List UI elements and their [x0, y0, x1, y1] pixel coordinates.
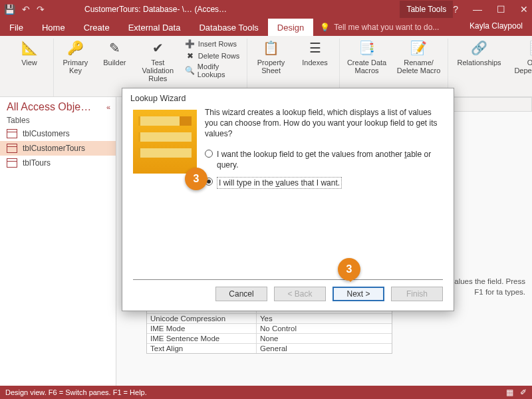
- dialog-button-row: Cancel < Back Next > Finish: [133, 279, 443, 301]
- property-sheet-label: Property Sheet: [253, 59, 290, 74]
- window-title: CustomerTours: Database- \… (Acces…: [84, 5, 400, 14]
- indexes-label: Indexes: [302, 59, 328, 66]
- insert-rows-button[interactable]: ➕Insert Rows: [185, 39, 241, 49]
- key-icon: 🔑: [65, 39, 86, 57]
- nav-item-label: tblCustomerTours: [23, 144, 85, 153]
- insert-row-icon: ➕: [185, 39, 196, 49]
- contextual-tab-label: Table Tools: [400, 1, 453, 18]
- prop-value[interactable]: General: [257, 344, 392, 353]
- view-shortcuts: ▦ ✐: [506, 388, 527, 397]
- save-icon[interactable]: 💾: [4, 4, 15, 15]
- minimize-icon[interactable]: —: [473, 4, 482, 15]
- ribbon-tabs: File Home Create External Data Database …: [0, 19, 532, 36]
- tab-external-data[interactable]: External Data: [119, 19, 190, 36]
- rename-delete-macro-button[interactable]: 📝Rename/ Delete Macro: [396, 39, 442, 74]
- callout-badge-3a: 3: [185, 168, 207, 190]
- design-view-icon[interactable]: ✐: [520, 388, 527, 397]
- tab-design[interactable]: Design: [268, 19, 313, 36]
- test-validation-label: Test Validation Rules: [138, 59, 178, 82]
- prop-value[interactable]: No Control: [257, 324, 392, 333]
- tab-file[interactable]: File: [0, 19, 33, 36]
- rename-delete-macro-label: Rename/ Delete Macro: [396, 59, 442, 74]
- cancel-button[interactable]: Cancel: [215, 287, 267, 301]
- tab-create[interactable]: Create: [74, 19, 119, 36]
- nav-group-tables[interactable]: Tables: [0, 114, 116, 126]
- group-relationships: 🔗Relationships 📊Object Dependencies: [448, 39, 532, 96]
- create-data-macros-button[interactable]: 📑Create Data Macros: [345, 39, 389, 74]
- nav-header[interactable]: All Access Obje… «: [0, 97, 116, 114]
- window-controls: ? — ☐ ✕: [453, 4, 528, 15]
- delete-rows-label: Delete Rows: [198, 52, 239, 60]
- primary-key-button[interactable]: 🔑Primary Key: [59, 39, 92, 74]
- table-icon: [7, 158, 17, 168]
- back-button[interactable]: < Back: [274, 287, 326, 301]
- radio-group: I want the lookup field to get the value…: [205, 149, 443, 190]
- builder-icon: ✎: [104, 39, 125, 57]
- user-label[interactable]: Kayla Claypool: [460, 19, 532, 36]
- delete-row-icon: ✖: [185, 51, 196, 61]
- callout-badge-3b: 3: [338, 258, 360, 281]
- nav-header-label: All Access Obje…: [7, 101, 91, 113]
- modify-lookups-button[interactable]: 🔍Modify Lookups: [185, 63, 241, 78]
- title-bar: 💾 ↶ ↷ CustomerTours: Database- \… (Acces…: [0, 0, 532, 19]
- prop-row: Text AlignGeneral: [147, 344, 392, 353]
- next-button[interactable]: Next >: [332, 287, 384, 301]
- property-sheet-icon: 📋: [261, 39, 282, 57]
- datasheet-view-icon[interactable]: ▦: [506, 388, 513, 397]
- prop-value[interactable]: None: [257, 334, 392, 343]
- delete-rows-button[interactable]: ✖Delete Rows: [185, 51, 241, 61]
- lookup-wizard-dialog: Lookup Wizard This wizard creates a look…: [122, 88, 454, 311]
- dialog-body: This wizard creates a lookup field, whic…: [205, 107, 443, 196]
- builder-button[interactable]: ✎Builder: [98, 39, 131, 66]
- prop-name: Unicode Compression: [147, 314, 257, 323]
- object-dependencies-button[interactable]: 📊Object Dependencies: [512, 39, 532, 74]
- builder-label: Builder: [103, 59, 126, 66]
- prop-row: Unicode CompressionYes: [147, 314, 392, 324]
- tell-me-box[interactable]: 💡 Tell me what you want to do...: [313, 19, 460, 36]
- radio-icon: [205, 150, 213, 158]
- nav-item-label: tblTours: [23, 158, 51, 168]
- view-button[interactable]: 📐 View: [11, 39, 48, 66]
- prop-name: IME Mode: [147, 324, 257, 333]
- dialog-title: Lookup Wizard: [122, 88, 454, 107]
- nav-item-tbltours[interactable]: tblTours: [0, 156, 116, 170]
- help-icon[interactable]: ?: [453, 4, 458, 15]
- primary-key-label: Primary Key: [59, 59, 92, 74]
- redo-icon[interactable]: ↷: [37, 4, 45, 15]
- status-text: Design view. F6 = Switch panes. F1 = Hel…: [5, 388, 147, 396]
- rename-macro-icon: 📝: [408, 39, 430, 57]
- radio-type-values[interactable]: I will type in the values that I want.: [205, 177, 443, 189]
- object-dependencies-label: Object Dependencies: [512, 59, 532, 74]
- tab-home[interactable]: Home: [33, 19, 74, 36]
- radio-from-table[interactable]: I want the lookup field to get the value…: [205, 149, 443, 170]
- relationships-button[interactable]: 🔗Relationships: [454, 39, 505, 66]
- lookup-icon: 🔍: [185, 65, 195, 76]
- dialog-intro: This wizard creates a lookup field, whic…: [205, 107, 443, 140]
- close-icon[interactable]: ✕: [520, 4, 528, 15]
- nav-item-tblcustomertours[interactable]: tblCustomerTours: [0, 141, 116, 156]
- indexes-icon: ☰: [305, 39, 326, 57]
- table-icon: [7, 144, 17, 153]
- quick-access-toolbar: 💾 ↶ ↷: [4, 4, 45, 15]
- tab-database-tools[interactable]: Database Tools: [190, 19, 267, 36]
- test-validation-button[interactable]: ✔Test Validation Rules: [138, 39, 178, 82]
- table-icon: [7, 129, 17, 138]
- status-bar: Design view. F6 = Switch panes. F1 = Hel…: [0, 386, 532, 399]
- prop-row: IME ModeNo Control: [147, 324, 392, 334]
- prop-name: Text Align: [147, 344, 257, 353]
- property-sheet-button[interactable]: 📋Property Sheet: [253, 39, 290, 74]
- prop-row: IME Sentence ModeNone: [147, 334, 392, 344]
- view-label: View: [21, 59, 37, 66]
- tell-me-placeholder: Tell me what you want to do...: [334, 23, 439, 32]
- prop-name: IME Sentence Mode: [147, 334, 257, 343]
- prop-value[interactable]: Yes: [257, 314, 392, 323]
- maximize-icon[interactable]: ☐: [497, 4, 505, 15]
- relationships-icon: 🔗: [469, 39, 490, 57]
- view-icon: 📐: [19, 39, 40, 57]
- undo-icon[interactable]: ↶: [22, 4, 30, 15]
- dependencies-icon: 📊: [527, 39, 532, 57]
- navigation-pane: All Access Obje… « Tables tblCustomers t…: [0, 97, 116, 386]
- finish-button[interactable]: Finish: [391, 287, 443, 301]
- nav-item-tblcustomers[interactable]: tblCustomers: [0, 126, 116, 141]
- indexes-button[interactable]: ☰Indexes: [297, 39, 334, 66]
